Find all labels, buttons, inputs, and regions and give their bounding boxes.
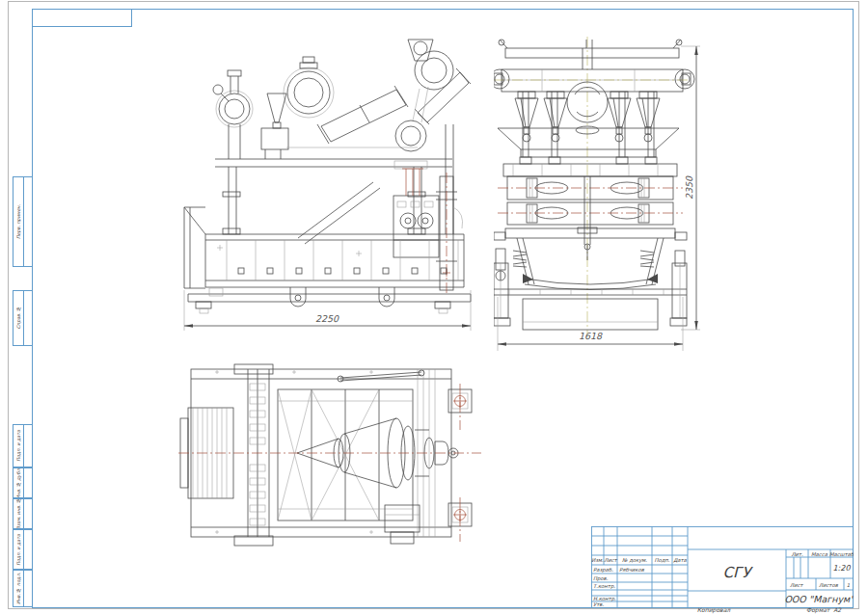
margin-field-label-cell: Подп. и дата [14, 425, 24, 467]
tb-lit-label: Лит. [791, 551, 803, 557]
tb-role-tkontr: Т.контр. [593, 583, 615, 590]
tb-role-utv: Утв. [593, 601, 604, 607]
side-view-drawing: 2250 [176, 32, 485, 335]
drawing-sheet: Перв. примен. Справ. № Подп. и дата Инв.… [0, 0, 868, 614]
margin-field-perv-primen: Перв. примен. [13, 176, 33, 267]
format-word: Формат [806, 606, 829, 613]
margin-field-label-cell: Инв. № дубл. [14, 468, 24, 497]
tb-col-izm: Изм. [591, 557, 604, 563]
right-spring [640, 251, 654, 267]
side-view-tank [184, 207, 471, 313]
tb-doc-title: СГУ [723, 564, 754, 581]
plan-view-drawing [176, 362, 485, 547]
format-label: Формат А2 [806, 606, 841, 613]
front-view-dimensions: 1618 2350 [498, 46, 700, 351]
tb-scale-value: 1:20 [833, 564, 852, 573]
margin-field-sprav-no: Справ. № [13, 290, 33, 346]
margin-label: Инв. № подл. [16, 573, 21, 604]
margin-label: Справ. № [16, 307, 21, 329]
tb-col-data: Дата [673, 557, 687, 563]
front-view-drawing: 1618 2350 [494, 37, 716, 355]
margin-field-inv-podl: Инв. № подл. [13, 570, 33, 607]
margin-field-vzam-inv: Взам. инв. № [13, 498, 33, 529]
margin-label: Перв. примен. [16, 204, 21, 239]
side-view-dimension: 2250 [184, 290, 471, 331]
title-block: Изм. Лист № докум. Подп. Дата Разраб. Ря… [591, 526, 854, 608]
margin-field-label-cell: Подп. и дата [14, 530, 24, 569]
dimension-side-width: 2250 [315, 313, 339, 324]
margin-field-podp-data-upper: Подп. и дата [13, 424, 33, 467]
margin-field-podp-data-lower: Подп. и дата [13, 529, 33, 570]
margin-field-label-cell: Перв. примен. [14, 177, 24, 266]
margin-field-label-cell: Инв. № подл. [14, 571, 24, 606]
left-spring [513, 251, 527, 267]
front-view-top-assembly [494, 40, 694, 164]
top-left-designation-box [32, 9, 132, 27]
margin-field-inv-dubl: Инв. № дубл. [13, 467, 33, 498]
tb-company: ООО "Магнум" [784, 594, 854, 604]
side-view-upper-assembly [213, 40, 471, 159]
front-view-shaker [494, 164, 687, 330]
tb-role-prov: Пров. [593, 575, 609, 582]
dimension-front-width: 1618 [579, 331, 603, 341]
tb-name-razrab: Рябчиков [619, 567, 645, 573]
copied-label: Копировал [665, 606, 762, 613]
tb-col-ndokum: № докум. [622, 557, 647, 564]
tb-sheets-label: Листов [819, 582, 839, 588]
margin-field-label-cell: Взам. инв. № [14, 499, 24, 528]
tb-col-list: Лист [604, 557, 617, 563]
side-view-midsection [215, 124, 463, 294]
margin-label: Взам. инв. № [16, 499, 21, 528]
tb-scale-label: Масштаб [829, 551, 854, 557]
plan-view-cone-assembly [178, 418, 481, 488]
margin-label: Инв. № дубл. [16, 468, 21, 497]
margin-label: Подп. и дата [16, 534, 21, 566]
margin-field-label-cell: Справ. № [14, 291, 24, 345]
dimension-front-height: 2350 [684, 175, 694, 200]
tb-sheet-label: Лист [790, 582, 803, 588]
format-value: А2 [833, 606, 841, 613]
tb-col-podp: Подп. [654, 557, 669, 563]
tb-mass-label: Масса [811, 551, 828, 557]
margin-label: Подп. и дата [16, 430, 21, 462]
plan-view-frame [180, 364, 451, 546]
tb-role-razrab: Разраб. [593, 567, 613, 574]
tb-sheets-value: 1 [847, 582, 850, 588]
